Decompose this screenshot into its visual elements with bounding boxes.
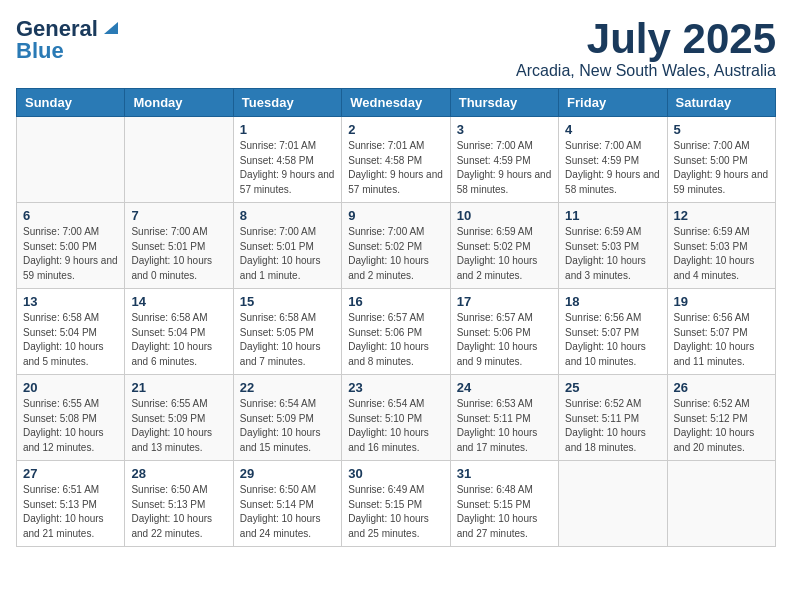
day-info: Sunrise: 7:00 AM Sunset: 4:59 PM Dayligh… bbox=[565, 139, 660, 197]
day-info: Sunrise: 7:00 AM Sunset: 5:02 PM Dayligh… bbox=[348, 225, 443, 283]
day-number: 3 bbox=[457, 122, 552, 137]
day-info: Sunrise: 6:55 AM Sunset: 5:08 PM Dayligh… bbox=[23, 397, 118, 455]
day-number: 29 bbox=[240, 466, 335, 481]
day-info: Sunrise: 6:58 AM Sunset: 5:04 PM Dayligh… bbox=[131, 311, 226, 369]
day-number: 31 bbox=[457, 466, 552, 481]
weekday-header: Thursday bbox=[450, 89, 558, 117]
day-number: 15 bbox=[240, 294, 335, 309]
calendar-cell: 21Sunrise: 6:55 AM Sunset: 5:09 PM Dayli… bbox=[125, 375, 233, 461]
day-info: Sunrise: 6:59 AM Sunset: 5:03 PM Dayligh… bbox=[674, 225, 769, 283]
day-info: Sunrise: 6:56 AM Sunset: 5:07 PM Dayligh… bbox=[674, 311, 769, 369]
weekday-header: Saturday bbox=[667, 89, 775, 117]
weekday-header: Tuesday bbox=[233, 89, 341, 117]
calendar-cell: 30Sunrise: 6:49 AM Sunset: 5:15 PM Dayli… bbox=[342, 461, 450, 547]
day-info: Sunrise: 7:01 AM Sunset: 4:58 PM Dayligh… bbox=[240, 139, 335, 197]
page-header: General Blue July 2025 Arcadia, New Sout… bbox=[16, 16, 776, 80]
day-info: Sunrise: 6:51 AM Sunset: 5:13 PM Dayligh… bbox=[23, 483, 118, 541]
logo-arrow-icon bbox=[100, 16, 122, 38]
day-info: Sunrise: 7:00 AM Sunset: 5:01 PM Dayligh… bbox=[131, 225, 226, 283]
day-number: 22 bbox=[240, 380, 335, 395]
calendar-cell: 13Sunrise: 6:58 AM Sunset: 5:04 PM Dayli… bbox=[17, 289, 125, 375]
logo: General Blue bbox=[16, 16, 122, 64]
day-info: Sunrise: 6:55 AM Sunset: 5:09 PM Dayligh… bbox=[131, 397, 226, 455]
day-info: Sunrise: 7:00 AM Sunset: 5:00 PM Dayligh… bbox=[23, 225, 118, 283]
day-number: 25 bbox=[565, 380, 660, 395]
day-info: Sunrise: 7:01 AM Sunset: 4:58 PM Dayligh… bbox=[348, 139, 443, 197]
day-number: 17 bbox=[457, 294, 552, 309]
day-info: Sunrise: 6:52 AM Sunset: 5:11 PM Dayligh… bbox=[565, 397, 660, 455]
day-number: 12 bbox=[674, 208, 769, 223]
day-info: Sunrise: 6:50 AM Sunset: 5:13 PM Dayligh… bbox=[131, 483, 226, 541]
calendar-cell: 1Sunrise: 7:01 AM Sunset: 4:58 PM Daylig… bbox=[233, 117, 341, 203]
calendar-cell: 11Sunrise: 6:59 AM Sunset: 5:03 PM Dayli… bbox=[559, 203, 667, 289]
day-number: 27 bbox=[23, 466, 118, 481]
calendar-week-row: 6Sunrise: 7:00 AM Sunset: 5:00 PM Daylig… bbox=[17, 203, 776, 289]
day-info: Sunrise: 6:53 AM Sunset: 5:11 PM Dayligh… bbox=[457, 397, 552, 455]
day-number: 6 bbox=[23, 208, 118, 223]
calendar-week-row: 1Sunrise: 7:01 AM Sunset: 4:58 PM Daylig… bbox=[17, 117, 776, 203]
month-title: July 2025 bbox=[516, 16, 776, 62]
calendar-cell: 3Sunrise: 7:00 AM Sunset: 4:59 PM Daylig… bbox=[450, 117, 558, 203]
calendar-week-row: 13Sunrise: 6:58 AM Sunset: 5:04 PM Dayli… bbox=[17, 289, 776, 375]
day-number: 20 bbox=[23, 380, 118, 395]
weekday-header: Friday bbox=[559, 89, 667, 117]
day-info: Sunrise: 6:59 AM Sunset: 5:03 PM Dayligh… bbox=[565, 225, 660, 283]
calendar-cell: 28Sunrise: 6:50 AM Sunset: 5:13 PM Dayli… bbox=[125, 461, 233, 547]
weekday-header: Wednesday bbox=[342, 89, 450, 117]
day-number: 18 bbox=[565, 294, 660, 309]
calendar-cell bbox=[17, 117, 125, 203]
day-info: Sunrise: 6:57 AM Sunset: 5:06 PM Dayligh… bbox=[348, 311, 443, 369]
calendar-cell bbox=[667, 461, 775, 547]
calendar-cell: 7Sunrise: 7:00 AM Sunset: 5:01 PM Daylig… bbox=[125, 203, 233, 289]
day-number: 7 bbox=[131, 208, 226, 223]
day-number: 5 bbox=[674, 122, 769, 137]
location-title: Arcadia, New South Wales, Australia bbox=[516, 62, 776, 80]
day-info: Sunrise: 6:54 AM Sunset: 5:09 PM Dayligh… bbox=[240, 397, 335, 455]
day-info: Sunrise: 6:54 AM Sunset: 5:10 PM Dayligh… bbox=[348, 397, 443, 455]
day-number: 26 bbox=[674, 380, 769, 395]
calendar-cell: 10Sunrise: 6:59 AM Sunset: 5:02 PM Dayli… bbox=[450, 203, 558, 289]
day-number: 16 bbox=[348, 294, 443, 309]
calendar-cell: 27Sunrise: 6:51 AM Sunset: 5:13 PM Dayli… bbox=[17, 461, 125, 547]
day-number: 19 bbox=[674, 294, 769, 309]
calendar-cell: 29Sunrise: 6:50 AM Sunset: 5:14 PM Dayli… bbox=[233, 461, 341, 547]
calendar-cell: 6Sunrise: 7:00 AM Sunset: 5:00 PM Daylig… bbox=[17, 203, 125, 289]
day-number: 9 bbox=[348, 208, 443, 223]
calendar-cell bbox=[559, 461, 667, 547]
calendar-week-row: 20Sunrise: 6:55 AM Sunset: 5:08 PM Dayli… bbox=[17, 375, 776, 461]
day-number: 10 bbox=[457, 208, 552, 223]
calendar-cell: 24Sunrise: 6:53 AM Sunset: 5:11 PM Dayli… bbox=[450, 375, 558, 461]
calendar-cell: 17Sunrise: 6:57 AM Sunset: 5:06 PM Dayli… bbox=[450, 289, 558, 375]
calendar-cell: 23Sunrise: 6:54 AM Sunset: 5:10 PM Dayli… bbox=[342, 375, 450, 461]
calendar-cell: 22Sunrise: 6:54 AM Sunset: 5:09 PM Dayli… bbox=[233, 375, 341, 461]
day-number: 21 bbox=[131, 380, 226, 395]
day-info: Sunrise: 6:50 AM Sunset: 5:14 PM Dayligh… bbox=[240, 483, 335, 541]
calendar-cell: 4Sunrise: 7:00 AM Sunset: 4:59 PM Daylig… bbox=[559, 117, 667, 203]
day-info: Sunrise: 7:00 AM Sunset: 4:59 PM Dayligh… bbox=[457, 139, 552, 197]
logo-blue-text: Blue bbox=[16, 38, 64, 64]
calendar-cell: 9Sunrise: 7:00 AM Sunset: 5:02 PM Daylig… bbox=[342, 203, 450, 289]
day-info: Sunrise: 6:58 AM Sunset: 5:04 PM Dayligh… bbox=[23, 311, 118, 369]
calendar-header-row: SundayMondayTuesdayWednesdayThursdayFrid… bbox=[17, 89, 776, 117]
day-number: 11 bbox=[565, 208, 660, 223]
weekday-header: Sunday bbox=[17, 89, 125, 117]
day-info: Sunrise: 6:49 AM Sunset: 5:15 PM Dayligh… bbox=[348, 483, 443, 541]
day-number: 8 bbox=[240, 208, 335, 223]
day-number: 2 bbox=[348, 122, 443, 137]
day-info: Sunrise: 6:56 AM Sunset: 5:07 PM Dayligh… bbox=[565, 311, 660, 369]
calendar-cell: 19Sunrise: 6:56 AM Sunset: 5:07 PM Dayli… bbox=[667, 289, 775, 375]
calendar-cell: 14Sunrise: 6:58 AM Sunset: 5:04 PM Dayli… bbox=[125, 289, 233, 375]
day-number: 24 bbox=[457, 380, 552, 395]
day-info: Sunrise: 6:57 AM Sunset: 5:06 PM Dayligh… bbox=[457, 311, 552, 369]
calendar-table: SundayMondayTuesdayWednesdayThursdayFrid… bbox=[16, 88, 776, 547]
calendar-week-row: 27Sunrise: 6:51 AM Sunset: 5:13 PM Dayli… bbox=[17, 461, 776, 547]
day-info: Sunrise: 6:58 AM Sunset: 5:05 PM Dayligh… bbox=[240, 311, 335, 369]
day-number: 4 bbox=[565, 122, 660, 137]
calendar-cell: 8Sunrise: 7:00 AM Sunset: 5:01 PM Daylig… bbox=[233, 203, 341, 289]
day-number: 1 bbox=[240, 122, 335, 137]
title-block: July 2025 Arcadia, New South Wales, Aust… bbox=[516, 16, 776, 80]
calendar-cell: 5Sunrise: 7:00 AM Sunset: 5:00 PM Daylig… bbox=[667, 117, 775, 203]
weekday-header: Monday bbox=[125, 89, 233, 117]
day-number: 14 bbox=[131, 294, 226, 309]
calendar-cell: 26Sunrise: 6:52 AM Sunset: 5:12 PM Dayli… bbox=[667, 375, 775, 461]
